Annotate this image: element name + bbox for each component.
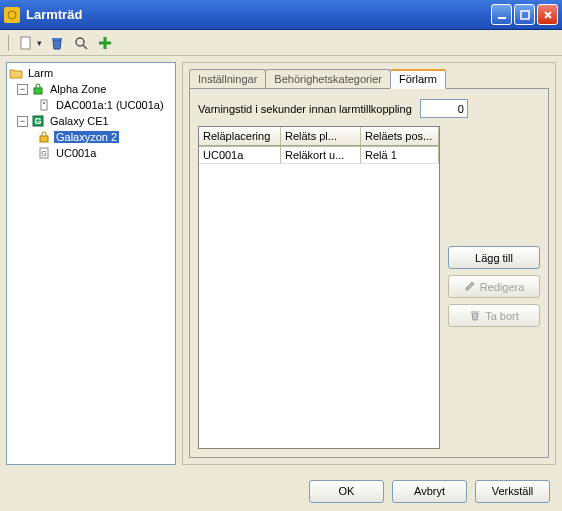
edit-icon bbox=[464, 280, 476, 294]
col-relaets-position[interactable]: Reläets pos... bbox=[361, 127, 439, 146]
tree-label: Galaxy CE1 bbox=[48, 115, 111, 127]
footer: OK Avbryt Verkställ bbox=[0, 471, 562, 511]
toolbar-separator bbox=[8, 35, 9, 51]
tree-node-galaxy[interactable]: − G Galaxy CE1 bbox=[7, 113, 175, 129]
titlebar: Larmträd bbox=[0, 0, 562, 30]
cell: UC001a bbox=[199, 147, 281, 163]
tree-node-dac[interactable]: DAC001a:1 (UC001a) bbox=[7, 97, 175, 113]
delete-relay-button[interactable]: Ta bort bbox=[448, 304, 540, 327]
apply-button[interactable]: Verkställ bbox=[475, 480, 550, 503]
relay-table[interactable]: Reläplacering Reläts pl... Reläets pos..… bbox=[198, 126, 440, 449]
close-button[interactable] bbox=[537, 4, 558, 25]
tree-panel[interactable]: Larm − Alpha Zone DAC001a:1 (UC001a) − G… bbox=[6, 62, 176, 465]
tree-label: UC001a bbox=[54, 147, 98, 159]
tab-body: Varningstid i sekunder innan larmtillkop… bbox=[189, 88, 549, 458]
right-panel: Inställningar Behörighetskategorier Förl… bbox=[182, 62, 556, 465]
table-header: Reläplacering Reläts pl... Reläets pos..… bbox=[199, 127, 439, 147]
tab-bar: Inställningar Behörighetskategorier Förl… bbox=[189, 69, 549, 88]
folder-icon bbox=[9, 66, 23, 80]
warn-time-label: Varningstid i sekunder innan larmtillkop… bbox=[198, 103, 412, 115]
col-relats-placering[interactable]: Reläts pl... bbox=[281, 127, 361, 146]
svg-text:G: G bbox=[41, 150, 46, 157]
collapse-icon[interactable]: − bbox=[17, 84, 28, 95]
svg-rect-4 bbox=[52, 38, 62, 40]
search-button[interactable] bbox=[72, 34, 90, 52]
add-relay-button[interactable]: Lägg till bbox=[448, 246, 540, 269]
dropdown-arrow-icon[interactable]: ▾ bbox=[37, 38, 42, 48]
window-title: Larmträd bbox=[26, 7, 491, 22]
device-icon bbox=[37, 98, 51, 112]
maximize-button[interactable] bbox=[514, 4, 535, 25]
collapse-icon[interactable]: − bbox=[17, 116, 28, 127]
minimize-button[interactable] bbox=[491, 4, 512, 25]
tree-node-alpha[interactable]: − Alpha Zone bbox=[7, 81, 175, 97]
add-button[interactable] bbox=[96, 34, 114, 52]
lock-green-icon bbox=[31, 82, 45, 96]
device-g-icon: G bbox=[37, 146, 51, 160]
svg-rect-1 bbox=[498, 17, 506, 19]
app-icon bbox=[4, 7, 20, 23]
delete-button[interactable] bbox=[48, 34, 66, 52]
svg-rect-8 bbox=[43, 102, 45, 104]
tree-label-selected: Galaxyzon 2 bbox=[54, 131, 119, 143]
tab-forlarm[interactable]: Förlarm bbox=[390, 69, 446, 89]
tree-label: Larm bbox=[26, 67, 55, 79]
svg-point-0 bbox=[8, 11, 16, 19]
ok-button[interactable]: OK bbox=[309, 480, 384, 503]
tree-label: Alpha Zone bbox=[48, 83, 108, 95]
svg-rect-11 bbox=[40, 136, 48, 142]
new-button[interactable] bbox=[17, 34, 35, 52]
tree-node-uc[interactable]: G UC001a bbox=[7, 145, 175, 161]
svg-point-5 bbox=[76, 38, 84, 46]
col-relaplacering[interactable]: Reläplacering bbox=[199, 127, 281, 146]
table-row[interactable]: UC001a Reläkort u... Relä 1 bbox=[199, 147, 439, 164]
cancel-button[interactable]: Avbryt bbox=[392, 480, 467, 503]
tab-behorighet[interactable]: Behörighetskategorier bbox=[265, 69, 391, 88]
svg-rect-7 bbox=[41, 100, 47, 110]
toolbar: ▾ bbox=[0, 30, 562, 56]
lock-yellow-icon bbox=[37, 130, 51, 144]
svg-text:G: G bbox=[34, 116, 41, 126]
svg-rect-14 bbox=[471, 311, 479, 313]
cell: Relä 1 bbox=[361, 147, 439, 163]
svg-rect-2 bbox=[521, 11, 529, 19]
tree-root[interactable]: Larm bbox=[7, 65, 175, 81]
warn-time-input[interactable] bbox=[420, 99, 468, 118]
edit-relay-button[interactable]: Redigera bbox=[448, 275, 540, 298]
tab-installningar[interactable]: Inställningar bbox=[189, 69, 266, 88]
tree-label: DAC001a:1 (UC001a) bbox=[54, 99, 166, 111]
tree-node-galaxyzon[interactable]: Galaxyzon 2 bbox=[7, 129, 175, 145]
cell: Reläkort u... bbox=[281, 147, 361, 163]
galaxy-icon: G bbox=[31, 114, 45, 128]
trash-icon bbox=[469, 309, 481, 323]
svg-rect-6 bbox=[34, 88, 42, 94]
table-empty-area bbox=[199, 164, 439, 448]
